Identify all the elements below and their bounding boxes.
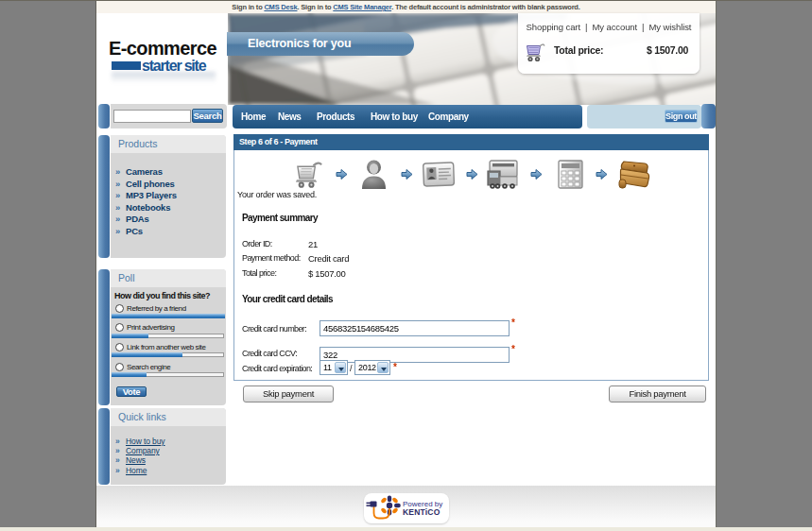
svg-text:KENTiCO: KENTiCO [403, 507, 441, 517]
